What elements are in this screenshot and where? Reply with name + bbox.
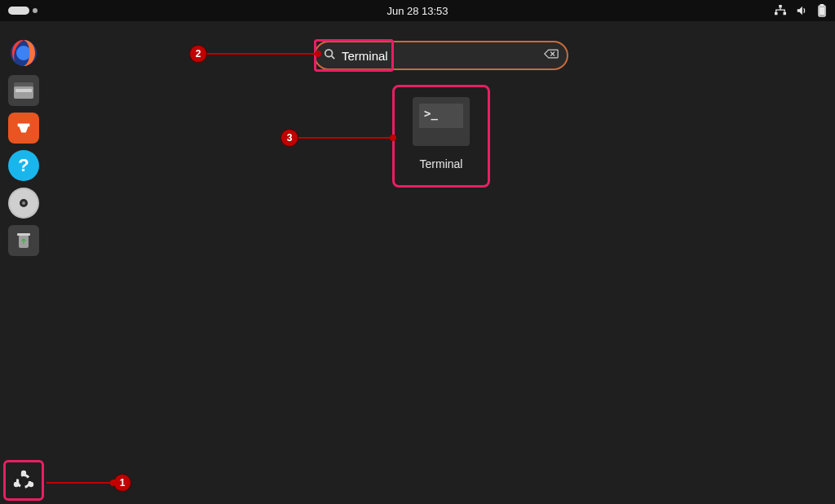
annotation-line-2 — [207, 53, 318, 55]
clock[interactable]: Jun 28 13:53 — [387, 5, 448, 17]
ubuntu-logo-icon — [11, 468, 36, 493]
svg-rect-1 — [775, 12, 778, 15]
svg-rect-10 — [15, 89, 32, 92]
terminal-icon: >_ — [413, 97, 470, 146]
svg-rect-9 — [14, 86, 33, 99]
svg-point-20 — [325, 50, 333, 57]
activities-overview: >_ Terminal — [47, 21, 835, 504]
svg-rect-5 — [820, 7, 824, 15]
dock-item-trash[interactable] — [8, 225, 39, 256]
annotation-badge-3: 3 — [281, 129, 298, 147]
dock-item-firefox[interactable] — [8, 38, 39, 69]
search-input[interactable] — [335, 49, 544, 63]
svg-point-7 — [16, 46, 31, 60]
svg-rect-2 — [784, 12, 787, 15]
svg-point-13 — [22, 201, 25, 205]
network-wired-icon[interactable] — [775, 5, 786, 16]
search-bar[interactable] — [314, 41, 568, 70]
svg-rect-0 — [779, 5, 782, 8]
annotation-line-3 — [298, 137, 393, 139]
battery-icon[interactable] — [817, 4, 827, 17]
dock-item-help[interactable]: ? — [8, 150, 39, 181]
activities-corner[interactable] — [8, 7, 38, 15]
dock-item-disc[interactable] — [8, 188, 39, 219]
activities-dot-icon — [33, 8, 38, 13]
show-applications-button[interactable] — [3, 460, 44, 501]
search-icon — [324, 48, 335, 63]
search-result-terminal[interactable]: >_ Terminal — [392, 85, 490, 188]
svg-point-19 — [18, 475, 30, 488]
activities-pill-icon — [8, 7, 29, 15]
volume-icon[interactable] — [796, 5, 807, 16]
top-bar: Jun 28 13:53 — [0, 0, 835, 21]
annotation-line-1 — [46, 482, 113, 484]
system-tray[interactable] — [775, 4, 827, 17]
svg-rect-4 — [821, 4, 824, 6]
dock-item-files[interactable] — [8, 75, 39, 106]
clear-search-icon[interactable] — [544, 48, 559, 63]
dock: ? — [0, 21, 47, 504]
dock-item-software[interactable] — [8, 113, 39, 144]
search-result-label: Terminal — [420, 157, 463, 170]
annotation-badge-2: 2 — [189, 45, 207, 63]
svg-rect-15 — [17, 233, 30, 236]
terminal-prompt-glyph: >_ — [424, 107, 438, 120]
